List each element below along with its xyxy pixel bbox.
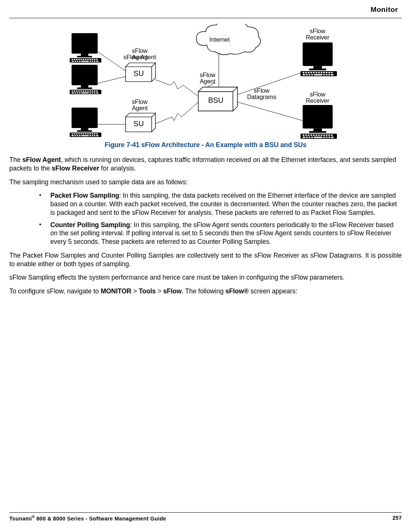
svg-text:SU: SU (133, 69, 144, 77)
svg-text:Agent: Agent (132, 54, 148, 60)
bsu-box: sFlow Agent BSU (198, 72, 237, 111)
svg-text:sFlow: sFlow (200, 72, 215, 78)
client-pc-icon (70, 65, 101, 94)
paragraph-4: sFlow Sampling effects the system perfor… (9, 273, 402, 282)
client-pc-icon (70, 33, 101, 63)
svg-text:BSU: BSU (208, 96, 223, 104)
header-rule (9, 18, 402, 18)
svg-line-5 (237, 102, 303, 121)
svg-line-1 (98, 76, 127, 83)
receiver-top: sFlow Receiver (300, 28, 337, 76)
svg-text:Agent: Agent (132, 105, 148, 111)
su-box-top: sFlow Agent sFlow Agent SU (123, 48, 156, 82)
svg-text:SU: SU (133, 120, 144, 128)
svg-text:Datagrams: Datagrams (247, 94, 276, 100)
page-number: 257 (392, 515, 402, 522)
bullet-packet-flow: Packet Flow Sampling: In this sampling, … (39, 191, 402, 217)
paragraph-5: To configure sFlow, navigate to MONITOR … (9, 287, 402, 296)
datagrams-label: sFlow Datagrams (247, 87, 276, 100)
page-header: Monitor (9, 6, 402, 14)
svg-text:sFlow: sFlow (254, 87, 269, 94)
svg-line-4 (237, 72, 303, 95)
paragraph-1: The sFlow Agent, which is running on dev… (9, 156, 402, 173)
paragraph-2: The sampling mechanism used to sample da… (9, 178, 402, 187)
body-text: The sFlow Agent, which is running on dev… (9, 156, 402, 296)
page-footer: Tsunami® 800 & 8000 Series - Software Ma… (9, 512, 402, 522)
receiver-bottom: sFlow Receiver (300, 91, 337, 139)
bullet-counter-polling: Counter Polling Sampling: In this sampli… (39, 221, 402, 246)
svg-marker-49 (198, 87, 237, 92)
svg-text:Receiver: Receiver (306, 98, 329, 104)
figure-caption: Figure 7-41 sFlow Architecture - An Exam… (9, 141, 402, 149)
client-pc-icon (70, 108, 101, 137)
svg-text:Receiver: Receiver (306, 34, 329, 41)
svg-text:sFlow: sFlow (310, 91, 325, 98)
su-box-bottom: sFlow Agent SU (126, 99, 155, 132)
svg-line-0 (98, 52, 127, 72)
svg-text:sFlow: sFlow (132, 48, 148, 54)
svg-text:sFlow: sFlow (132, 99, 148, 105)
footer-left: Tsunami® 800 & 8000 Series - Software Ma… (9, 515, 166, 522)
paragraph-3: The Packet Flow Samples and Counter Poll… (9, 251, 402, 268)
cloud-label: Internet (209, 36, 230, 43)
internet-cloud: Internet (196, 24, 261, 55)
architecture-figure: Internet (59, 24, 353, 139)
svg-text:sFlow: sFlow (310, 28, 325, 34)
